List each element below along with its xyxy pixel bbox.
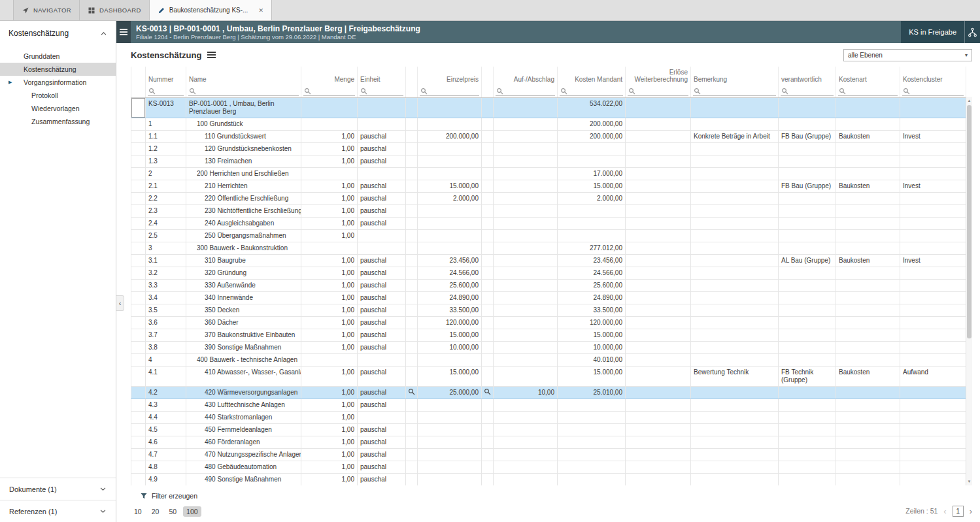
page-size-50[interactable]: 50 [165, 506, 180, 517]
grid-row-3-7[interactable]: 3.7370 Baukonstruktive Einbauten1,00paus… [131, 329, 966, 342]
row-selector[interactable] [131, 267, 146, 280]
row-selector[interactable] [131, 193, 146, 205]
row-selector[interactable] [131, 449, 146, 461]
row-selector[interactable] [131, 218, 146, 230]
row-selector[interactable] [131, 461, 146, 474]
row-selector[interactable] [131, 118, 146, 131]
row-selector[interactable] [131, 205, 146, 218]
create-filter-button[interactable]: Filter erzeugen [131, 490, 972, 501]
column-header-einheit[interactable]: Einheit [358, 67, 406, 86]
section-referenzen-1[interactable]: Referenzen (1) [0, 500, 116, 522]
row-selector[interactable] [131, 412, 146, 424]
column-header-nummer[interactable]: Nummer [146, 67, 186, 86]
close-icon[interactable]: ✕ [258, 7, 263, 14]
filter-input-erloese[interactable] [628, 87, 688, 96]
grid-row-3-4[interactable]: 3.4340 Innenwände1,00pauschal24.890,0024… [131, 292, 966, 304]
filter-input-cluster[interactable] [902, 87, 964, 96]
column-header-verantwortlich[interactable]: verantwortlich [779, 67, 836, 86]
row-selector[interactable] [131, 342, 146, 354]
column-header-erloese[interactable]: Erlöse Weiterberechnung [626, 67, 691, 86]
page-size-10[interactable]: 10 [131, 506, 145, 517]
column-header-einzelpreis[interactable]: Einzelpreis [418, 67, 482, 86]
row-selector[interactable] [131, 168, 146, 180]
current-page[interactable]: 1 [953, 506, 964, 517]
scroll-up-icon[interactable]: ▲ [966, 97, 972, 105]
sidebar-item-zusammenfassung[interactable]: Zusammenfassung [0, 115, 116, 128]
grid-row-4-1[interactable]: 4.1410 Abwasser-, Wasser-, Gasanlagen1,0… [131, 367, 966, 387]
expander-icon[interactable]: ▶ [8, 80, 12, 85]
level-select[interactable]: alle Ebenen ▾ [843, 49, 972, 61]
grid-menu-icon[interactable] [207, 50, 216, 59]
grid-row-4-7[interactable]: 4.7470 Nutzungsspezifische Anlagen1,00pa… [131, 449, 966, 461]
vertical-scrollbar[interactable]: ▲ ▼ [966, 97, 972, 485]
row-selector[interactable] [131, 280, 146, 292]
sidebar-item-wiedervorlagen[interactable]: Wiedervorlagen [0, 102, 116, 115]
grid-row-4-3[interactable]: 4.3430 Lufttechnische Anlagen1,00pauscha… [131, 399, 966, 412]
lookup-button[interactable] [484, 389, 491, 397]
lookup-button[interactable] [408, 389, 415, 397]
sidebar-item-kostenschaetzung[interactable]: Kostenschätzung [0, 63, 116, 76]
grid-row-4[interactable]: 4400 Bauwerk - technische Anlagen40.010,… [131, 354, 966, 367]
sidebar-item-vorgangsinformation[interactable]: ▶Vorgangsinformation [0, 76, 116, 89]
grid-row-3-2[interactable]: 3.2320 Gründung1,00pauschal24.566,0024.5… [131, 267, 966, 280]
filter-input-bemerkung[interactable] [693, 87, 776, 96]
filter-input-einzelpreis[interactable] [420, 87, 479, 96]
grid-row-4-4[interactable]: 4.4440 Starkstromanlagen1,00 [131, 412, 966, 424]
row-selector[interactable] [131, 131, 146, 143]
workflow-button[interactable] [964, 21, 980, 43]
column-header-cluster[interactable]: Kostencluster [900, 67, 966, 86]
next-page-icon[interactable]: › [970, 506, 972, 516]
grid-row-1-3[interactable]: 1.3130 Freimachen1,00pauschal [131, 155, 966, 168]
row-selector[interactable] [131, 436, 146, 449]
row-selector[interactable] [131, 317, 146, 329]
grid-row-3[interactable]: 3300 Bauwerk - Baukonstruktion277.012,00 [131, 242, 966, 255]
grid-row-2-1[interactable]: 2.1210 Herrichten1,00pauschal15.000,0015… [131, 180, 966, 193]
row-selector[interactable] [131, 399, 146, 412]
grid-row-3-3[interactable]: 3.3330 Außenwände1,00pauschal25.600,0025… [131, 280, 966, 292]
filter-input-name[interactable] [188, 87, 299, 96]
grid-row-4-9[interactable]: 4.9490 Sonstige Maßnahmen1,00pauschal [131, 474, 966, 486]
row-selector[interactable] [131, 304, 146, 317]
row-selector[interactable] [131, 424, 146, 436]
filter-input-verantwortlich[interactable] [781, 87, 834, 96]
grid-row-1-2[interactable]: 1.2120 Grundstücksnebenkosten1,00pauscha… [131, 143, 966, 155]
column-header-bemerkung[interactable]: Bemerkung [691, 67, 779, 86]
row-selector[interactable] [131, 155, 146, 168]
filter-input-nummer[interactable] [148, 87, 184, 96]
filter-input-kosten[interactable] [560, 87, 623, 96]
tab-navigator[interactable]: NAVIGATOR [13, 0, 80, 20]
row-selector[interactable] [131, 474, 146, 486]
row-selector[interactable] [131, 143, 146, 155]
column-header-kosten[interactable]: Kosten Mandant [558, 67, 626, 86]
grid-row-2-3[interactable]: 2.3230 Nichtöffentliche Erschließung1,00… [131, 205, 966, 218]
sidebar-section-header[interactable]: Kostenschätzung [0, 21, 116, 46]
row-selector[interactable] [131, 367, 146, 387]
column-header-name[interactable]: Name [186, 67, 301, 86]
sidebar-collapse-handle[interactable]: ‹ [116, 295, 124, 311]
grid-row-2-4[interactable]: 2.4240 Ausgleichsabgaben1,00pauschal [131, 218, 966, 230]
status-button[interactable]: KS in Freigabe [901, 21, 964, 43]
grid-row-2-5[interactable]: 2.5250 Übergangsmaßnahmen1,00 [131, 230, 966, 242]
filter-input-menge[interactable] [303, 87, 355, 96]
row-selector[interactable] [131, 387, 146, 399]
grid-row-2-2[interactable]: 2.2220 Öffentliche Erschließung1,00pausc… [131, 193, 966, 205]
grid-row-3-6[interactable]: 3.6360 Dächer1,00pauschal120.000,00120.0… [131, 317, 966, 329]
column-header-kostenart[interactable]: Kostenart [836, 67, 900, 86]
column-header-menge[interactable]: Menge [301, 67, 358, 86]
grid-row-2[interactable]: 2200 Herrichten und Erschließen17.000,00 [131, 168, 966, 180]
grid-row-3-5[interactable]: 3.5350 Decken1,00pauschal33.500,0033.500… [131, 304, 966, 317]
section-dokumente-1[interactable]: Dokumente (1) [0, 478, 116, 500]
row-selector[interactable] [131, 255, 146, 267]
row-selector[interactable] [131, 292, 146, 304]
row-selector[interactable] [131, 354, 146, 367]
grid-row-3-8[interactable]: 3.8390 Sonstige Maßnahmen1,00pauschal10.… [131, 342, 966, 354]
row-selector[interactable] [131, 329, 146, 342]
scroll-thumb[interactable] [967, 105, 972, 338]
sidebar-item-grunddaten[interactable]: Grunddaten [0, 50, 116, 63]
filter-input-abschlag[interactable] [496, 87, 555, 96]
row-selector[interactable] [131, 180, 146, 193]
grid-row-4-6[interactable]: 4.6460 Förderanlagen1,00pauschal [131, 436, 966, 449]
row-selector[interactable] [131, 98, 146, 118]
grid-row-3-1[interactable]: 3.1310 Baugrube1,00pauschal23.456,0023.4… [131, 255, 966, 267]
row-selector[interactable] [131, 230, 146, 242]
